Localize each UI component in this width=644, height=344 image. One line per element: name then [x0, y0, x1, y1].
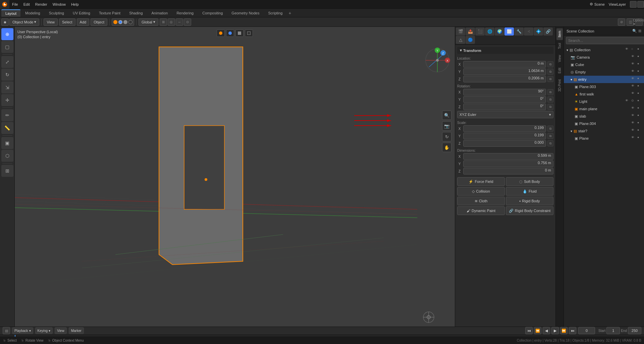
tab-modeling[interactable]: Modeling — [21, 10, 44, 16]
transform-header[interactable]: ▾ Transform — [457, 47, 553, 54]
proportional-btn[interactable]: ◎ — [168, 18, 175, 26]
prop-tab-physics[interactable]: 💠 — [534, 27, 543, 36]
plane-visibility[interactable]: 👁 — [631, 136, 637, 141]
cloth-btn[interactable]: ≋ Cloth — [457, 197, 505, 205]
slab-visibility[interactable]: 👁 — [631, 114, 637, 119]
collection-visibility[interactable]: 👁 — [625, 47, 631, 53]
tab-sculpting[interactable]: Sculpting — [45, 10, 68, 16]
firstwalk-visibility[interactable]: 👁 — [631, 91, 637, 97]
menu-edit[interactable]: Edit — [21, 1, 33, 8]
select-box-tool[interactable]: ▢ — [1, 41, 13, 53]
tree-item-camera[interactable]: 📷 Camera 👁 ● — [564, 54, 644, 61]
fullscreen-btn[interactable] — [630, 1, 637, 8]
plane004-render[interactable]: ● — [637, 121, 643, 126]
marker-btn[interactable]: Marker — [69, 327, 84, 334]
mode-icon[interactable]: ◉ — [1, 18, 9, 26]
playback-btn[interactable]: Playback ▾ — [12, 327, 33, 334]
viewport-3d[interactable]: User Perspective (Local) (0) Collection … — [15, 27, 455, 327]
scale-y-input[interactable]: 0.199 — [463, 133, 546, 139]
scale-tool[interactable]: ⇲ — [1, 81, 13, 93]
material-shading-btn[interactable] — [118, 20, 122, 24]
fluid-btn[interactable]: 💧 Fluid — [506, 187, 553, 196]
scene-search-toggle[interactable]: 🔍 — [632, 29, 637, 33]
plane004-visibility[interactable]: 👁 — [631, 121, 637, 126]
mainplane-visibility[interactable]: 👁 — [631, 106, 637, 112]
light-target[interactable]: ⊙ — [631, 99, 637, 104]
jump-start-btn[interactable]: ⏮ — [525, 327, 533, 334]
dynamic-paint-btn[interactable]: 🖌 Dynamic Paint — [457, 206, 505, 215]
location-y-copy[interactable]: ⧉ — [547, 69, 553, 75]
empty-visibility[interactable]: 👁 — [631, 69, 637, 75]
mainplane-render[interactable]: ● — [637, 106, 643, 112]
tab-texture-paint[interactable]: Texture Paint — [95, 10, 124, 16]
tree-item-cube[interactable]: ▣ Cube 👁 ● — [564, 61, 644, 68]
scene-filter-toggle[interactable]: ⊞ — [638, 29, 641, 33]
xray-btn[interactable]: ◫ — [627, 18, 634, 26]
prop-tab-material[interactable]: 🔵 — [466, 36, 475, 44]
prop-tab-particles[interactable]: ⁖ — [524, 27, 533, 36]
entry-visibility[interactable]: 👁 — [631, 77, 637, 82]
viewport-shading-rendered[interactable] — [235, 29, 244, 37]
select-menu[interactable]: Select — [59, 18, 75, 26]
menu-window[interactable]: Window — [50, 1, 68, 8]
scale-x-copy[interactable]: ⧉ — [547, 126, 553, 132]
location-x-input[interactable]: 0 m — [463, 61, 546, 68]
menu-render[interactable]: Render — [33, 1, 50, 8]
window-btn[interactable] — [637, 1, 644, 8]
tab-scripting[interactable]: Scripting — [264, 10, 286, 16]
solid-shading-btn[interactable] — [113, 20, 117, 24]
cursor-tool[interactable]: ⊕ — [1, 28, 13, 40]
viewport-overlay-btn[interactable]: ⊘ — [618, 18, 625, 26]
prop-tab-constraints[interactable]: 🔗 — [543, 27, 553, 36]
play-btn[interactable]: ▶ — [551, 327, 559, 334]
tab-rendering[interactable]: Rendering — [172, 10, 198, 16]
dim-z-input[interactable]: 0 m — [463, 168, 553, 175]
tree-item-entry[interactable]: ▾ ▤ entry 👁 ● — [564, 76, 644, 83]
light-render[interactable]: ● — [637, 99, 643, 104]
dim-x-input[interactable]: 0.599 m — [463, 153, 553, 160]
start-frame-input[interactable]: 1 — [606, 327, 620, 334]
orbit-btn[interactable]: ↻ — [442, 132, 451, 141]
empty-render[interactable]: ● — [637, 69, 643, 75]
dim-y-input[interactable]: 0.756 m — [463, 160, 553, 167]
rotation-y-input[interactable]: 0° — [463, 96, 546, 103]
tree-item-collection[interactable]: ▾ ▤ Collection 👁 ○ ● — [564, 46, 644, 54]
global-dropdown[interactable]: Global ▾ — [139, 18, 158, 26]
zoom-in-btn[interactable]: 🔍 — [442, 111, 451, 120]
camera-visibility[interactable]: 👁 — [631, 55, 637, 60]
location-z-input[interactable]: 0.2006 m — [463, 76, 546, 82]
prop-tab-object[interactable]: ⬜ — [504, 27, 514, 36]
plane-render[interactable]: ● — [637, 136, 643, 141]
scale-y-copy[interactable]: ⧉ — [547, 133, 553, 139]
cube-visibility[interactable]: 👁 — [631, 62, 637, 67]
prev-frame-btn[interactable]: ⏪ — [534, 327, 541, 334]
rotation-x-copy[interactable]: ⧉ — [547, 89, 553, 95]
object-mode-dropdown[interactable]: Object Mode ▾ — [9, 18, 39, 26]
scale-z-input[interactable]: 0.000 — [463, 140, 546, 147]
rotation-mode-dropdown[interactable]: XYZ Euler ▾ — [457, 111, 553, 118]
tree-item-light[interactable]: ☀ Light 👁 ⊙ ● — [564, 98, 644, 105]
menu-help[interactable]: Help — [68, 1, 82, 8]
prop-tab-modifier[interactable]: 🔧 — [514, 27, 524, 36]
sidebar-vtab-view[interactable]: View — [556, 52, 563, 65]
tree-item-plane004[interactable]: ▣ Plane.004 👁 ● — [564, 120, 644, 127]
sidebar-vtab-edit[interactable]: Edit — [556, 65, 563, 76]
firstwalk-render[interactable]: ● — [637, 91, 643, 97]
rotation-z-copy[interactable]: ⧉ — [547, 104, 553, 110]
scene-search-input[interactable] — [566, 37, 644, 44]
tab-shading[interactable]: Shading — [125, 10, 147, 16]
prop-tab-scene[interactable]: 🌐 — [485, 27, 494, 36]
tab-layout[interactable]: Layout — [1, 9, 20, 17]
tree-item-stair[interactable]: ▾ ▤ stair? 👁 ● — [564, 127, 644, 135]
keying-btn[interactable]: Keying ▾ — [35, 327, 53, 334]
plane003-visibility[interactable]: 👁 — [631, 84, 637, 89]
menu-file[interactable]: File — [9, 1, 21, 8]
rendered-shading-btn[interactable] — [123, 20, 127, 24]
move-tool[interactable]: ⤢ — [1, 56, 13, 68]
scale-z-copy[interactable]: ⧉ — [547, 140, 553, 146]
add-workspace-btn[interactable]: + — [288, 10, 291, 16]
tree-item-mainplane[interactable]: ▣ main plane 👁 ● — [564, 105, 644, 113]
snap-btn[interactable]: ⊞ — [160, 18, 167, 26]
prop-tab-world[interactable]: 🌍 — [495, 27, 504, 36]
tree-item-plane003[interactable]: ▣ Plane.003 👁 ● — [564, 83, 644, 90]
